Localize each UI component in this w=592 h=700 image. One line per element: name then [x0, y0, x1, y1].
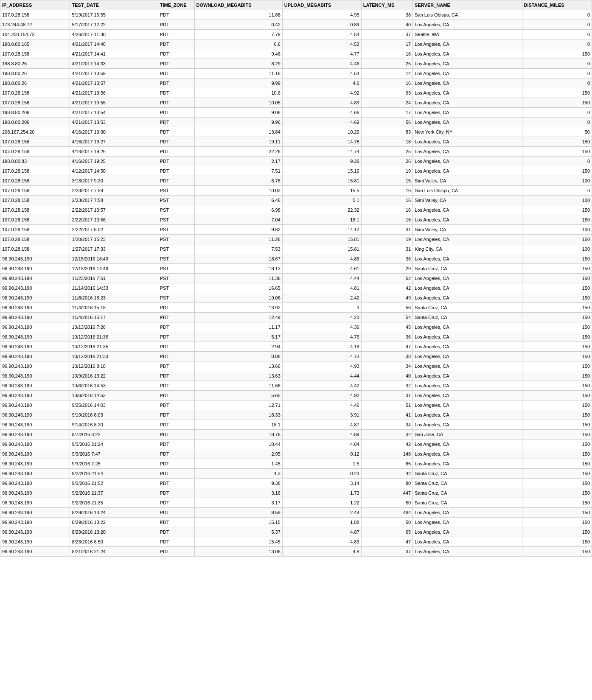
cell-ip: 96.90.243.190 [0, 342, 70, 352]
table-row: 96.90.243.1908/29/2016 13:20PDT5.374.876… [0, 527, 592, 537]
cell-server: Los Angeles, CA [413, 440, 522, 449]
cell-ul: 4.89 [282, 98, 361, 108]
cell-ip: 107.0.28.158 [0, 49, 70, 59]
col-header-server[interactable]: SERVER_NAME [413, 0, 522, 10]
col-header-date[interactable]: TEST_DATE [70, 0, 158, 10]
cell-server: Los Angeles, CA [413, 391, 522, 400]
cell-date: 4/21/2017 14:46 [70, 39, 158, 49]
cell-ul: 22.32 [282, 205, 361, 215]
cell-dist: 150 [522, 88, 592, 98]
cell-dl: 6.46 [194, 196, 282, 205]
table-row: 96.90.243.1909/2/2016 21:52PDT9.383.1480… [0, 479, 592, 488]
cell-dl: 9.46 [194, 49, 282, 59]
cell-ul: 15.81 [282, 235, 361, 244]
cell-ip: 107.0.28.158 [0, 235, 70, 244]
cell-tz: PDT [158, 488, 194, 498]
cell-lat: 31 [361, 225, 413, 235]
table-row: 96.90.243.1909/25/2016 14:03PDT12.714.46… [0, 400, 592, 410]
cell-server: Los Angeles, CA [413, 410, 522, 420]
cell-date: 10/9/2016 13:22 [70, 371, 158, 381]
cell-server: Los Angeles, CA [413, 108, 522, 118]
cell-ul: 4.93 [282, 361, 361, 371]
cell-server: Los Angeles, CA [413, 215, 522, 225]
cell-lat: 16 [361, 196, 413, 205]
cell-dist: 150 [522, 49, 592, 59]
cell-ip: 96.90.243.190 [0, 440, 70, 449]
cell-lat: 18 [361, 137, 413, 147]
col-header-ul[interactable]: UPLOAD_MEGABITS [282, 0, 361, 10]
col-header-dist[interactable]: DISTANCE_MILES [522, 0, 592, 10]
cell-dl: 11.17 [194, 322, 282, 332]
cell-dist: 150 [522, 264, 592, 274]
cell-dl: 9.96 [194, 118, 282, 127]
cell-dl: 18.33 [194, 410, 282, 420]
col-header-dl[interactable]: DOWNLOAD_MEGABITS [194, 0, 282, 10]
cell-date: 9/7/2016 8:22 [70, 430, 158, 440]
col-header-tz[interactable]: TIME_ZONE [158, 0, 194, 10]
col-header-lat[interactable]: LATENCY_MS [361, 0, 413, 10]
cell-dist: 0 [522, 157, 592, 166]
cell-dist: 150 [522, 459, 592, 469]
cell-lat: 38 [361, 352, 413, 361]
cell-date: 5/19/2017 16:55 [70, 10, 158, 20]
cell-date: 10/6/2016 14:52 [70, 391, 158, 400]
cell-dist: 150 [522, 313, 592, 322]
col-header-ip[interactable]: IP_ADDRESS [0, 0, 70, 10]
cell-tz: PDT [158, 59, 194, 69]
cell-lat: 37 [361, 547, 413, 557]
cell-tz: PDT [158, 547, 194, 557]
cell-ip: 173.244.48.72 [0, 20, 70, 30]
cell-tz: PDT [158, 147, 194, 157]
cell-ul: 9.26 [282, 157, 361, 166]
cell-lat: 47 [361, 342, 413, 352]
cell-date: 9/2/2016 21:52 [70, 479, 158, 488]
cell-lat: 50 [361, 518, 413, 527]
table-row: 96.90.243.19010/12/2016 21:35PDT2.944.18… [0, 342, 592, 352]
cell-ul: 4.54 [282, 30, 361, 39]
cell-date: 4/26/2017 11:30 [70, 30, 158, 39]
cell-ul: 4.69 [282, 118, 361, 127]
cell-date: 10/12/2016 21:36 [70, 332, 158, 342]
table-row: 107.0.28.1584/21/2017 14:41PDT9.464.7716… [0, 49, 592, 59]
cell-dist: 150 [522, 469, 592, 479]
data-table: IP_ADDRESSTEST_DATETIME_ZONEDOWNLOAD_MEG… [0, 0, 592, 557]
cell-ip: 104.200.154.72 [0, 30, 70, 39]
cell-dist: 150 [522, 166, 592, 176]
cell-tz: PDT [158, 459, 194, 469]
cell-ip: 96.90.243.190 [0, 381, 70, 391]
cell-dl: 11.88 [194, 10, 282, 20]
cell-ul: 4.44 [282, 371, 361, 381]
cell-date: 11/23/2016 7:51 [70, 274, 158, 283]
cell-ip: 96.90.243.190 [0, 508, 70, 518]
cell-date: 9/2/2016 21:35 [70, 498, 158, 508]
cell-server: Simi Valley, CA [413, 225, 522, 235]
cell-ul: 4.84 [282, 440, 361, 449]
cell-lat: 52 [361, 274, 413, 283]
cell-dl: 6.98 [194, 205, 282, 215]
table-row: 198.8.80.264/21/2017 13:59PDT11.164.5414… [0, 69, 592, 78]
cell-lat: 17 [361, 108, 413, 118]
table-row: 96.90.243.19011/14/2016 14:33PST16.654.8… [0, 283, 592, 293]
cell-ul: 4.73 [282, 352, 361, 361]
table-row: 96.90.243.1909/3/2016 7:26PDT1.451.565Lo… [0, 459, 592, 469]
cell-tz: PDT [158, 118, 194, 127]
cell-ip: 107.0.28.158 [0, 166, 70, 176]
cell-ip: 107.0.28.158 [0, 215, 70, 225]
cell-server: Santa Cruz, CA [413, 488, 522, 498]
cell-tz: PDT [158, 78, 194, 88]
cell-tz: PDT [158, 381, 194, 391]
cell-server: Los Angeles, CA [413, 20, 522, 30]
cell-dl: 22.26 [194, 147, 282, 157]
cell-dist: 150 [522, 449, 592, 459]
cell-ip: 96.90.243.190 [0, 498, 70, 508]
cell-ip: 96.90.243.190 [0, 488, 70, 498]
cell-ul: 5.1 [282, 196, 361, 205]
cell-lat: 25 [361, 59, 413, 69]
cell-tz: PST [158, 283, 194, 293]
table-row: 107.0.28.1584/12/2017 14:50PDT7.5115.161… [0, 166, 592, 176]
cell-ul: 4.87 [282, 420, 361, 430]
cell-lat: 17 [361, 39, 413, 49]
cell-tz: PDT [158, 322, 194, 332]
cell-tz: PST [158, 205, 194, 215]
cell-tz: PDT [158, 420, 194, 430]
